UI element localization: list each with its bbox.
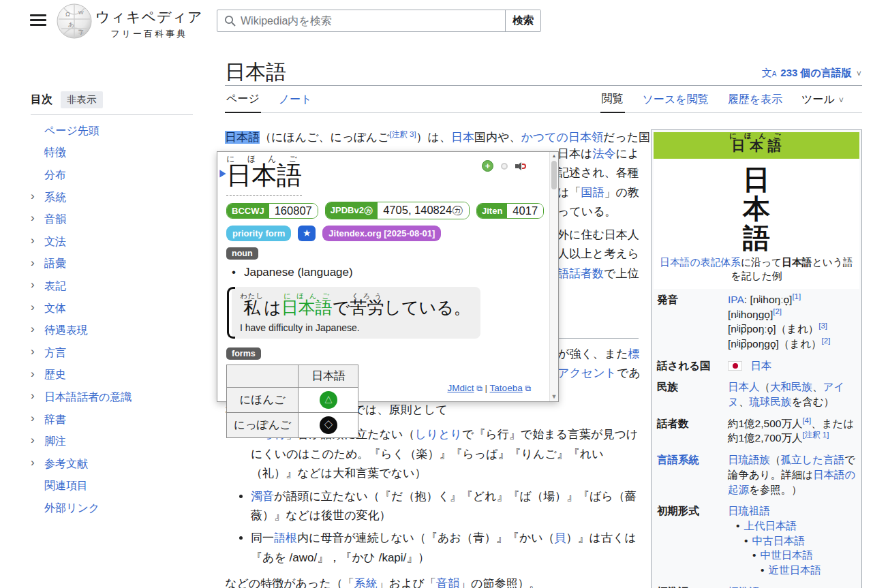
calligraphy-char: 日: [654, 164, 859, 194]
toc-item[interactable]: › ページ先頭: [31, 120, 201, 142]
infobox-row-speakers: 話者数 約1億2,500万人[4]、または 約1億2,700万人[注釈 1]: [654, 413, 859, 449]
inline-link[interactable]: 日本語の表記体系: [660, 257, 741, 268]
tab-history[interactable]: 履歴を表示: [726, 93, 784, 112]
toc-item[interactable]: › 歴史: [31, 365, 201, 387]
inline-link[interactable]: 国語: [581, 186, 604, 199]
inline-link[interactable]: 日本人: [728, 381, 760, 392]
toc-item[interactable]: › 音韻: [31, 208, 201, 231]
toc-item[interactable]: › 辞書: [31, 409, 201, 431]
toc-item[interactable]: › 文法: [31, 231, 201, 253]
language-versions-button[interactable]: 文A 233 個の言語版 ∨: [762, 67, 862, 80]
calligraphy-char: 語: [654, 223, 859, 252]
inline-link[interactable]: 語根: [274, 531, 297, 544]
text-run: を含む）: [791, 396, 834, 407]
inline-link[interactable]: 法令: [592, 147, 615, 160]
inline-link[interactable]: 中世日本語: [760, 549, 813, 561]
chevron-right-icon: ›: [31, 456, 35, 469]
tab-tools[interactable]: ツール ∨: [800, 93, 846, 112]
tatoeba-link[interactable]: Tatoeba: [490, 383, 523, 393]
scroll-up-arrow[interactable]: ▲: [550, 153, 558, 158]
text-run: [nʲihoŋgo̞]: [728, 309, 773, 320]
inline-link[interactable]: [注釈 3]: [390, 130, 416, 138]
toc-item[interactable]: › 外部リンク: [31, 497, 201, 520]
wikipedia-logo[interactable]: Ω W あ 字: [56, 3, 93, 43]
svg-text:W: W: [78, 10, 84, 16]
secondary-add-icon[interactable]: [501, 163, 508, 170]
ruby-token: 私わたし: [240, 303, 264, 316]
inline-link[interactable]: 日本: [750, 360, 771, 371]
inline-link[interactable]: 琉球民族: [749, 396, 791, 407]
search-input[interactable]: [241, 10, 505, 31]
star-icon[interactable]: ★: [298, 226, 316, 241]
inline-link[interactable]: [4]: [802, 416, 811, 424]
scroll-down-arrow[interactable]: ▼: [550, 393, 558, 400]
toc-item[interactable]: › 方言: [31, 342, 201, 365]
inline-link[interactable]: 孤立した言語: [781, 454, 845, 465]
inline-link[interactable]: 中古日本語: [752, 535, 805, 546]
tab-talk[interactable]: ノート: [277, 93, 313, 112]
inline-link[interactable]: 標準語: [728, 586, 760, 588]
inline-link[interactable]: 大和民族: [770, 381, 812, 392]
text-run: が語頭に立たない（『だ（抱）く』『どれ』『ば（場）』『ばら（薔薇）』などは後世の…: [251, 490, 637, 522]
text-fragment-line: が強く、また標: [557, 345, 643, 364]
site-wordmark[interactable]: ウィキペディア フリー百科事典: [95, 7, 202, 40]
table-of-contents: 目次 非表示 › ページ先頭 › 特徴 › 分布: [31, 91, 201, 520]
inline-link[interactable]: 濁音: [251, 490, 274, 503]
example-translation: I have difficulty in Japanese.: [240, 322, 471, 333]
article-text-column: 外に住む日本人人以上と考えら語話者数で上位: [557, 226, 643, 283]
inline-link[interactable]: 語話者数: [557, 267, 604, 280]
toc-item[interactable]: › 分布: [31, 164, 201, 187]
inline-link[interactable]: 近世日本語: [768, 564, 821, 576]
inline-link[interactable]: 言語系統: [657, 452, 728, 497]
inline-link[interactable]: [2]: [773, 307, 782, 315]
toc-item[interactable]: › 語彙: [31, 253, 201, 276]
toc-item[interactable]: › 表記: [31, 275, 201, 298]
inline-link[interactable]: 上代日本語: [744, 520, 797, 531]
inline-link[interactable]: IPA: [728, 294, 744, 305]
inline-link[interactable]: かつての日本領: [521, 131, 603, 144]
inline-link[interactable]: [注釈 1]: [802, 431, 829, 439]
inline-link[interactable]: アクセント: [557, 367, 617, 380]
toc-item[interactable]: › 参考文献: [31, 453, 201, 476]
search-button[interactable]: 検索: [505, 10, 540, 31]
inline-link[interactable]: [1]: [792, 292, 801, 300]
toc-divider: [31, 114, 193, 115]
inline-link[interactable]: しりとり: [414, 428, 462, 441]
tab-view-source[interactable]: ソースを閲覧: [641, 93, 710, 112]
scrollbar-thumb[interactable]: [551, 161, 557, 189]
inline-link[interactable]: 日琉祖語: [728, 504, 856, 519]
toc-hide-button[interactable]: 非表示: [61, 91, 103, 108]
toc-item[interactable]: › 日本語話者の意識: [31, 386, 201, 409]
inline-link[interactable]: 貝: [555, 531, 566, 544]
text-run: で上位: [604, 267, 639, 280]
inline-link[interactable]: [3]: [818, 322, 827, 330]
hamburger-menu-icon[interactable]: [30, 14, 46, 27]
text-run: は「: [557, 186, 581, 199]
add-note-icon[interactable]: +: [482, 160, 493, 172]
toc-item[interactable]: › 特徴: [31, 142, 201, 165]
toc-item[interactable]: › 関連項目: [31, 476, 201, 498]
tab-page[interactable]: ページ: [225, 92, 261, 113]
toc-item[interactable]: › 文体: [31, 298, 201, 320]
infobox-row-early-forms: 初期形式 日琉祖語 •上代日本語 •中古日本語 •中世日本語 •近世日本語: [654, 500, 859, 581]
dictionary-source-tag[interactable]: Jitendex.org [2025-08-01]: [322, 226, 441, 241]
tab-read[interactable]: 閲覧: [600, 92, 625, 113]
chevron-right-icon: ›: [31, 412, 35, 425]
text-run: 日本は: [557, 147, 592, 160]
toc-item[interactable]: › 脚注: [31, 431, 201, 453]
inline-link[interactable]: 標: [628, 347, 640, 360]
text-run: [nʲip̚poŋːo̞]（まれ）: [728, 323, 818, 335]
inline-link[interactable]: 日本: [451, 131, 474, 144]
audio-play-icon[interactable]: [515, 161, 527, 171]
chevron-right-icon: ›: [31, 322, 35, 336]
inline-link[interactable]: 音韻: [436, 577, 459, 588]
jmdict-link[interactable]: JMdict: [447, 383, 474, 393]
text-run: : [nʲihoŋːo̞]: [744, 294, 793, 305]
inline-link[interactable]: [2]: [822, 337, 831, 345]
inline-link[interactable]: 系統: [354, 577, 378, 588]
popup-scrollbar[interactable]: ▲ ▼: [549, 152, 558, 401]
toc-item[interactable]: › 系統: [31, 187, 201, 209]
text-run: 」の節参照）。: [459, 577, 540, 588]
toc-item[interactable]: › 待遇表現: [31, 320, 201, 342]
inline-link[interactable]: 日琉語族: [728, 454, 770, 465]
